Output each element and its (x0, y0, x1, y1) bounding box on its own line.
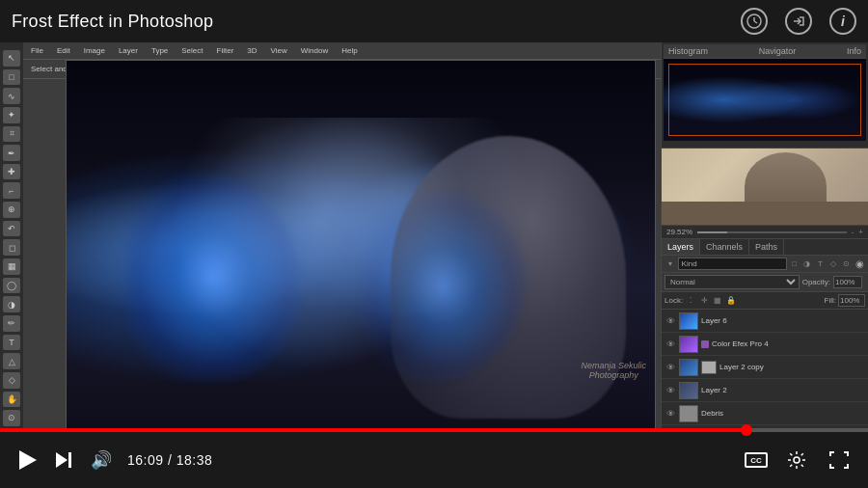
ps-blend-mode-select[interactable]: Normal (665, 275, 800, 289)
ps-zoom-slider[interactable] (697, 231, 847, 233)
ps-nav-viewport (668, 64, 861, 136)
ps-tool-hand[interactable]: ✋ (3, 392, 20, 408)
captions-button[interactable]: CC (745, 452, 768, 468)
watermark-line2: Photography (581, 370, 646, 380)
top-bar: Frost Effect in Photoshop i (0, 0, 868, 42)
ps-menu-edit[interactable]: Edit (54, 45, 73, 56)
ps-fill-input[interactable] (838, 294, 865, 307)
ps-zoom-value: 29.52% (666, 228, 692, 236)
ps-filter-pixel-icon[interactable]: □ (789, 258, 800, 270)
ps-filter-kind-icon[interactable]: ▾ (665, 258, 676, 270)
layer-name-layer2: Layer 2 (701, 386, 865, 394)
ps-filter-adjust-icon[interactable]: ◑ (801, 258, 813, 270)
ps-tool-magic[interactable]: ✦ (3, 107, 20, 123)
ps-tab-channels[interactable]: Channels (700, 239, 749, 255)
play-button[interactable] (15, 447, 41, 474)
ps-menu-help[interactable]: Help (339, 45, 360, 56)
ps-tool-eyedrop[interactable]: ✒ (3, 145, 20, 161)
ps-webcam-preview (662, 149, 868, 226)
ps-tool-shape[interactable]: ◇ (3, 372, 20, 389)
ps-filter-toggle[interactable]: ◉ (854, 258, 865, 270)
ps-tool-eraser[interactable]: ◻ (3, 239, 20, 256)
ps-tool-type[interactable]: T (3, 335, 20, 351)
clock-icon[interactable] (741, 8, 768, 35)
layer-color-colorefex (701, 340, 709, 348)
ps-tab-layers[interactable]: Layers (662, 239, 700, 255)
settings-button[interactable] (783, 447, 810, 474)
ps-tool-lasso[interactable]: ∿ (3, 88, 20, 104)
ps-layers-search[interactable] (678, 258, 787, 270)
watermark-line1: Nemanja Sekulic (581, 361, 646, 370)
ps-navigator-preview (664, 59, 866, 141)
ps-tool-path[interactable]: △ (3, 353, 20, 369)
ps-layers-panel: Layers Channels Paths ▾ □ ◑ T ◇ ⊙ ◉ (662, 239, 868, 447)
fullscreen-button[interactable] (826, 447, 853, 473)
ps-tool-blur[interactable]: ◯ (3, 278, 20, 294)
ps-filter-shape-icon[interactable]: ◇ (827, 258, 839, 270)
ps-lock-artboard-icon[interactable]: ▦ (712, 295, 723, 307)
ps-menu-view[interactable]: View (268, 45, 290, 56)
svg-point-3 (794, 457, 800, 463)
ps-tool-history[interactable]: ↶ (3, 221, 20, 237)
ps-tool-brush[interactable]: ⌐ (3, 182, 20, 199)
ps-tab-paths[interactable]: Paths (749, 239, 784, 255)
page-title: Frost Effect in Photoshop (12, 12, 213, 32)
ps-menu-select[interactable]: Select (178, 45, 205, 56)
skip-button[interactable] (52, 448, 75, 472)
ps-lock-position-icon[interactable]: ✛ (698, 295, 710, 307)
ps-menu-3d[interactable]: 3D (244, 45, 259, 56)
ps-navigator-panel: Histogram Navigator Info (662, 42, 868, 149)
ps-menubar: File Edit Image Layer Type Select Filter… (23, 42, 661, 60)
ps-zoom-icon-plus[interactable]: + (858, 228, 863, 236)
progress-dot[interactable] (741, 424, 752, 436)
ps-menu-type[interactable]: Type (149, 45, 171, 56)
layer-eye-layer6[interactable]: 👁 (665, 315, 676, 327)
layer-eye-layer2[interactable]: 👁 (665, 385, 676, 396)
ps-tool-clone[interactable]: ⊕ (3, 202, 20, 218)
ps-tool-pen[interactable]: ✏ (3, 315, 20, 332)
ps-filter-text-icon[interactable]: T (815, 258, 827, 270)
ps-lock-all-icon[interactable]: 🔒 (725, 295, 737, 307)
video-wrapper: ↖ □ ∿ ✦ ⌗ ✒ ✚ ⌐ ⊕ ↶ ◻ ▦ ◯ ◑ ✏ T △ ◇ ✋ ⊙ … (0, 42, 868, 447)
time-display: 16:09 / 18:38 (127, 452, 212, 468)
ps-menu-layer[interactable]: Layer (116, 45, 141, 56)
ps-opacity-input[interactable] (833, 276, 862, 288)
layer-eye-layer2copy[interactable]: 👁 (665, 362, 676, 373)
time-separator: / (164, 452, 176, 468)
ps-right-panel: Histogram Navigator Info 29.52% (661, 42, 868, 447)
layer-row-debris[interactable]: 👁 Debris (662, 402, 868, 425)
ps-tool-gradient[interactable]: ▦ (3, 258, 20, 275)
ps-tool-move[interactable]: ↖ (3, 50, 20, 67)
ps-menu-file[interactable]: File (28, 45, 46, 56)
ps-zoom-icon-minus[interactable]: - (852, 228, 854, 236)
share-icon[interactable] (785, 8, 812, 35)
ps-layers-header: Layers Channels Paths (662, 239, 868, 256)
ps-filter-smart-icon[interactable]: ⊙ (841, 258, 853, 270)
layer-thumb-layer2 (679, 382, 698, 399)
fullscreen-icon (829, 451, 849, 469)
volume-button[interactable]: 🔊 (87, 446, 116, 474)
layer-row-layer2copy[interactable]: 👁 Layer 2 copy (662, 356, 868, 379)
ps-tool-marquee[interactable]: □ (3, 69, 20, 86)
layer-eye-colorefex[interactable]: 👁 (665, 339, 676, 350)
ps-tool-heal[interactable]: ✚ (3, 164, 20, 180)
ps-menu-image[interactable]: Image (81, 45, 108, 56)
ps-tool-dodge[interactable]: ◑ (3, 296, 20, 312)
ps-tool-crop[interactable]: ⌗ (3, 126, 20, 143)
ps-tool-zoom[interactable]: ⊙ (3, 410, 20, 426)
progress-bar-container[interactable] (0, 428, 868, 432)
info-icon[interactable]: i (829, 8, 856, 35)
ps-info-label: Info (847, 46, 861, 56)
layer-row-layer6[interactable]: 👁 Layer 6 (662, 310, 868, 333)
layer-eye-debris[interactable]: 👁 (665, 408, 676, 420)
layer-row-colorefex[interactable]: 👁 Color Efex Pro 4 (662, 333, 868, 356)
photoshop-background: ↖ □ ∿ ✦ ⌗ ✒ ✚ ⌐ ⊕ ↶ ◻ ▦ ◯ ◑ ✏ T △ ◇ ✋ ⊙ … (0, 42, 868, 447)
layer-row-layer2[interactable]: 👁 Layer 2 (662, 379, 868, 402)
ps-lock-pixel-icon[interactable]: ⁚ (685, 295, 696, 307)
ps-menu-filter[interactable]: Filter (214, 45, 237, 56)
progress-bar-played (0, 428, 746, 432)
captions-label: CC (750, 456, 762, 465)
layer-thumb-layer2copy (679, 359, 698, 376)
top-right-controls: i (741, 8, 856, 35)
ps-menu-window[interactable]: Window (298, 45, 331, 56)
